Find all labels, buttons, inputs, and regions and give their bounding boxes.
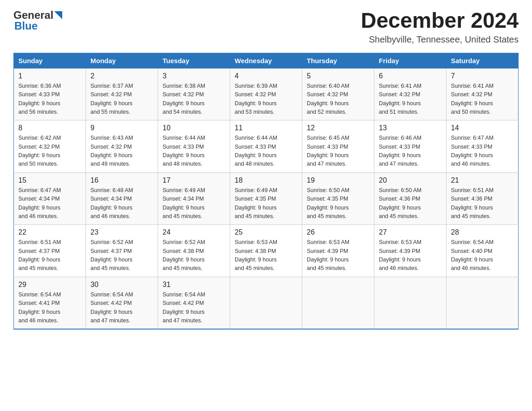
day-number: 23	[90, 228, 153, 236]
calendar-cell	[302, 277, 374, 329]
day-info: Sunrise: 6:48 AMSunset: 4:34 PMDaylight:…	[90, 186, 153, 221]
calendar-cell: 24Sunrise: 6:52 AMSunset: 4:38 PMDayligh…	[158, 225, 230, 277]
calendar-cell: 26Sunrise: 6:53 AMSunset: 4:39 PMDayligh…	[302, 225, 374, 277]
day-number: 9	[90, 124, 153, 132]
day-info: Sunrise: 6:47 AMSunset: 4:33 PMDaylight:…	[451, 134, 514, 169]
calendar-cell	[230, 277, 302, 329]
calendar-cell: 31Sunrise: 6:54 AMSunset: 4:42 PMDayligh…	[158, 277, 230, 329]
day-info: Sunrise: 6:41 AMSunset: 4:32 PMDaylight:…	[451, 82, 514, 117]
day-number: 14	[451, 124, 514, 132]
day-info: Sunrise: 6:53 AMSunset: 4:39 PMDaylight:…	[307, 238, 369, 273]
calendar-cell: 27Sunrise: 6:53 AMSunset: 4:39 PMDayligh…	[374, 225, 446, 277]
day-info: Sunrise: 6:38 AMSunset: 4:32 PMDaylight:…	[163, 82, 225, 117]
calendar-cell: 4Sunrise: 6:39 AMSunset: 4:32 PMDaylight…	[230, 68, 302, 120]
calendar-subtitle: Shelbyville, Tennessee, United States	[361, 34, 519, 45]
day-info: Sunrise: 6:54 AMSunset: 4:42 PMDaylight:…	[163, 291, 225, 325]
header-cell-wednesday: Wednesday	[230, 53, 302, 68]
day-info: Sunrise: 6:45 AMSunset: 4:33 PMDaylight:…	[307, 134, 369, 169]
day-info: Sunrise: 6:49 AMSunset: 4:34 PMDaylight:…	[163, 186, 225, 221]
calendar-cell: 11Sunrise: 6:44 AMSunset: 4:33 PMDayligh…	[230, 120, 302, 173]
day-number: 17	[163, 176, 225, 184]
calendar-cell: 3Sunrise: 6:38 AMSunset: 4:32 PMDaylight…	[158, 68, 230, 120]
title-block: December 2024 Shelbyville, Tennessee, Un…	[361, 9, 519, 45]
calendar-cell: 9Sunrise: 6:43 AMSunset: 4:32 PMDaylight…	[86, 120, 158, 173]
day-number: 8	[18, 124, 81, 132]
week-row-1: 1Sunrise: 6:36 AMSunset: 4:33 PMDaylight…	[14, 68, 519, 120]
calendar-cell: 14Sunrise: 6:47 AMSunset: 4:33 PMDayligh…	[446, 120, 519, 173]
day-number: 27	[379, 228, 442, 236]
week-row-5: 29Sunrise: 6:54 AMSunset: 4:41 PMDayligh…	[14, 277, 519, 329]
day-number: 26	[307, 228, 369, 236]
week-row-4: 22Sunrise: 6:51 AMSunset: 4:37 PMDayligh…	[14, 225, 519, 277]
day-info: Sunrise: 6:49 AMSunset: 4:35 PMDaylight:…	[235, 186, 297, 221]
day-info: Sunrise: 6:54 AMSunset: 4:41 PMDaylight:…	[18, 291, 81, 325]
header-cell-thursday: Thursday	[302, 53, 374, 68]
day-info: Sunrise: 6:54 AMSunset: 4:40 PMDaylight:…	[451, 238, 514, 273]
day-number: 24	[163, 228, 225, 236]
day-number: 28	[451, 228, 514, 236]
day-info: Sunrise: 6:50 AMSunset: 4:35 PMDaylight:…	[307, 186, 369, 221]
calendar-cell: 18Sunrise: 6:49 AMSunset: 4:35 PMDayligh…	[230, 172, 302, 225]
calendar-table: SundayMondayTuesdayWednesdayThursdayFrid…	[13, 53, 519, 330]
header-cell-tuesday: Tuesday	[158, 53, 230, 68]
header-row: SundayMondayTuesdayWednesdayThursdayFrid…	[14, 53, 519, 68]
calendar-cell: 8Sunrise: 6:42 AMSunset: 4:32 PMDaylight…	[14, 120, 86, 173]
day-info: Sunrise: 6:40 AMSunset: 4:32 PMDaylight:…	[307, 82, 369, 117]
calendar-cell: 19Sunrise: 6:50 AMSunset: 4:35 PMDayligh…	[302, 172, 374, 225]
logo-arrow-icon	[54, 11, 62, 19]
day-info: Sunrise: 6:37 AMSunset: 4:32 PMDaylight:…	[90, 82, 153, 117]
calendar-cell: 22Sunrise: 6:51 AMSunset: 4:37 PMDayligh…	[14, 225, 86, 277]
header-cell-monday: Monday	[86, 53, 158, 68]
day-info: Sunrise: 6:39 AMSunset: 4:32 PMDaylight:…	[235, 82, 297, 117]
day-info: Sunrise: 6:46 AMSunset: 4:33 PMDaylight:…	[379, 134, 442, 169]
calendar-cell: 21Sunrise: 6:51 AMSunset: 4:36 PMDayligh…	[446, 172, 519, 225]
day-number: 15	[18, 176, 81, 184]
calendar-cell: 1Sunrise: 6:36 AMSunset: 4:33 PMDaylight…	[14, 68, 86, 120]
calendar-cell: 25Sunrise: 6:53 AMSunset: 4:38 PMDayligh…	[230, 225, 302, 277]
day-info: Sunrise: 6:52 AMSunset: 4:38 PMDaylight:…	[163, 238, 225, 273]
calendar-cell: 2Sunrise: 6:37 AMSunset: 4:32 PMDaylight…	[86, 68, 158, 120]
day-number: 29	[18, 281, 81, 289]
calendar-cell: 28Sunrise: 6:54 AMSunset: 4:40 PMDayligh…	[446, 225, 519, 277]
day-number: 11	[235, 124, 297, 132]
week-row-2: 8Sunrise: 6:42 AMSunset: 4:32 PMDaylight…	[14, 120, 519, 173]
header-cell-friday: Friday	[374, 53, 446, 68]
calendar-cell: 6Sunrise: 6:41 AMSunset: 4:32 PMDaylight…	[374, 68, 446, 120]
calendar-cell: 30Sunrise: 6:54 AMSunset: 4:42 PMDayligh…	[86, 277, 158, 329]
day-number: 25	[235, 228, 297, 236]
day-number: 31	[163, 281, 225, 289]
day-info: Sunrise: 6:42 AMSunset: 4:32 PMDaylight:…	[18, 134, 81, 169]
calendar-cell: 15Sunrise: 6:47 AMSunset: 4:34 PMDayligh…	[14, 172, 86, 225]
day-number: 21	[451, 176, 514, 184]
day-number: 30	[90, 281, 153, 289]
day-number: 16	[90, 176, 153, 184]
day-number: 7	[451, 72, 514, 80]
calendar-cell: 12Sunrise: 6:45 AMSunset: 4:33 PMDayligh…	[302, 120, 374, 173]
week-row-3: 15Sunrise: 6:47 AMSunset: 4:34 PMDayligh…	[14, 172, 519, 225]
calendar-cell: 20Sunrise: 6:50 AMSunset: 4:36 PMDayligh…	[374, 172, 446, 225]
calendar-cell: 29Sunrise: 6:54 AMSunset: 4:41 PMDayligh…	[14, 277, 86, 329]
day-number: 1	[18, 72, 81, 80]
calendar-title: December 2024	[361, 9, 519, 33]
day-info: Sunrise: 6:53 AMSunset: 4:38 PMDaylight:…	[235, 238, 297, 273]
day-info: Sunrise: 6:53 AMSunset: 4:39 PMDaylight:…	[379, 238, 442, 273]
day-info: Sunrise: 6:44 AMSunset: 4:33 PMDaylight:…	[163, 134, 225, 169]
day-number: 3	[163, 72, 225, 80]
calendar-cell: 23Sunrise: 6:52 AMSunset: 4:37 PMDayligh…	[86, 225, 158, 277]
day-number: 12	[307, 124, 369, 132]
header-cell-saturday: Saturday	[446, 53, 519, 68]
calendar-cell: 5Sunrise: 6:40 AMSunset: 4:32 PMDaylight…	[302, 68, 374, 120]
day-info: Sunrise: 6:47 AMSunset: 4:34 PMDaylight:…	[18, 186, 81, 221]
day-info: Sunrise: 6:50 AMSunset: 4:36 PMDaylight:…	[379, 186, 442, 221]
calendar-cell: 16Sunrise: 6:48 AMSunset: 4:34 PMDayligh…	[86, 172, 158, 225]
day-info: Sunrise: 6:41 AMSunset: 4:32 PMDaylight:…	[379, 82, 442, 117]
day-number: 2	[90, 72, 153, 80]
calendar-cell: 13Sunrise: 6:46 AMSunset: 4:33 PMDayligh…	[374, 120, 446, 173]
day-info: Sunrise: 6:44 AMSunset: 4:33 PMDaylight:…	[235, 134, 297, 169]
calendar-cell: 17Sunrise: 6:49 AMSunset: 4:34 PMDayligh…	[158, 172, 230, 225]
day-number: 4	[235, 72, 297, 80]
day-number: 19	[307, 176, 369, 184]
day-number: 13	[379, 124, 442, 132]
calendar-body: 1Sunrise: 6:36 AMSunset: 4:33 PMDaylight…	[14, 68, 519, 329]
day-info: Sunrise: 6:51 AMSunset: 4:36 PMDaylight:…	[451, 186, 514, 221]
